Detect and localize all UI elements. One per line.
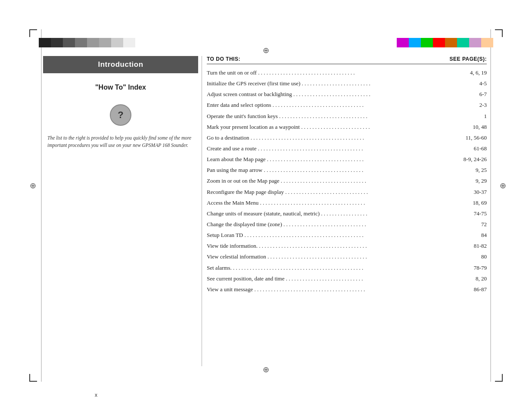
- row-page: 4, 6, 19: [461, 68, 487, 77]
- row-label: Access the Main Menu . . . . . . . . . .…: [207, 199, 461, 207]
- row-label: Create and use a route . . . . . . . . .…: [207, 144, 461, 153]
- color-bar-right: [397, 38, 493, 47]
- row-page: 86-87: [461, 285, 487, 294]
- row-page: 9, 29: [461, 177, 487, 185]
- row-page: 1: [461, 112, 487, 121]
- table-row: View tide information. . . . . . . . . .…: [207, 242, 487, 250]
- row-page: 4-5: [461, 79, 487, 88]
- color-swatch: [39, 38, 51, 47]
- question-icon: ?: [110, 104, 131, 126]
- right-panel: TO DO THIS: SEE PAGE(S): Turn the unit o…: [207, 56, 487, 296]
- table-row: Pan using the map arrow . . . . . . . . …: [207, 166, 487, 174]
- caption-text: The list to the right is provided to hel…: [43, 134, 198, 149]
- table-row: Change units of measure (statute, nautic…: [207, 209, 487, 218]
- intro-banner: Introduction: [43, 56, 198, 73]
- page-number: x: [95, 392, 97, 398]
- row-page: 72: [461, 220, 487, 229]
- row-label: Enter data and select options . . . . . …: [207, 101, 461, 109]
- crosshair-bottom-icon: ⊕: [263, 365, 269, 374]
- color-swatch: [99, 38, 111, 47]
- row-label: Pan using the map arrow . . . . . . . . …: [207, 166, 461, 174]
- table-row: Access the Main Menu . . . . . . . . . .…: [207, 199, 487, 207]
- row-label: Change units of measure (statute, nautic…: [207, 209, 461, 218]
- how-to-title: "How To" Index: [43, 84, 198, 91]
- color-swatch: [457, 38, 469, 47]
- row-page: 81-82: [461, 242, 487, 250]
- row-label: Setup Loran TD . . . . . . . . . . . . .…: [207, 231, 461, 240]
- row-page: 8, 20: [461, 274, 487, 283]
- row-label: Turn the unit on or off . . . . . . . . …: [207, 68, 461, 77]
- color-bar-left: [39, 38, 135, 47]
- row-page: 6-7: [461, 90, 487, 99]
- row-page: 10, 48: [461, 123, 487, 131]
- crosshair-top-icon: ⊕: [263, 46, 269, 55]
- table-row: Reconfigure the Map page display . . . .…: [207, 188, 487, 196]
- table-row: Enter data and select options . . . . . …: [207, 101, 487, 109]
- corner-bracket-bl: [29, 374, 37, 382]
- color-swatch: [397, 38, 409, 47]
- table-header-right: SEE PAGE(S):: [450, 56, 487, 62]
- color-swatch: [123, 38, 135, 47]
- row-label: Reconfigure the Map page display . . . .…: [207, 188, 461, 196]
- row-page: 2-3: [461, 101, 487, 109]
- row-page: 74-75: [461, 209, 487, 218]
- row-label: Learn about the Map page . . . . . . . .…: [207, 155, 461, 164]
- row-label: Change the displayed time (zone) . . . .…: [207, 220, 461, 229]
- row-page: 84: [461, 231, 487, 240]
- vline-left: [41, 29, 42, 382]
- row-label: View tide information. . . . . . . . . .…: [207, 242, 461, 250]
- row-page: 9, 25: [461, 166, 487, 174]
- crosshair-mid-right-icon: ⊕: [500, 181, 506, 190]
- table-row: Mark your present location as a waypoint…: [207, 123, 487, 131]
- table-row: Operate the unit's function keys . . . .…: [207, 112, 487, 121]
- row-label: Initialize the GPS receiver (first time …: [207, 79, 461, 88]
- row-label: View a unit message . . . . . . . . . . …: [207, 285, 461, 294]
- corner-bracket-tr: [495, 29, 503, 37]
- table-row: Turn the unit on or off . . . . . . . . …: [207, 68, 487, 77]
- table-row: View a unit message . . . . . . . . . . …: [207, 285, 487, 294]
- color-swatch: [445, 38, 457, 47]
- color-swatch: [87, 38, 99, 47]
- panel-divider: [202, 56, 202, 366]
- table-header: TO DO THIS: SEE PAGE(S):: [207, 56, 487, 64]
- table-row: Initialize the GPS receiver (first time …: [207, 79, 487, 88]
- color-swatch: [481, 38, 493, 47]
- row-page: 8-9, 24-26: [461, 155, 487, 164]
- table-rows: Turn the unit on or off . . . . . . . . …: [207, 68, 487, 294]
- color-swatch: [63, 38, 75, 47]
- crosshair-mid-left-icon: ⊕: [30, 181, 36, 190]
- table-row: Set alarms. . . . . . . . . . . . . . . …: [207, 264, 487, 272]
- color-swatch: [469, 38, 481, 47]
- row-label: See current position, date and time . . …: [207, 274, 461, 283]
- corner-bracket-tl: [29, 29, 37, 37]
- table-row: See current position, date and time . . …: [207, 274, 487, 283]
- table-row: View celestial information . . . . . . .…: [207, 252, 487, 261]
- color-swatch: [409, 38, 421, 47]
- row-label: Operate the unit's function keys . . . .…: [207, 112, 461, 121]
- row-page: 80: [461, 252, 487, 261]
- table-row: Learn about the Map page . . . . . . . .…: [207, 155, 487, 164]
- table-row: Adjust screen contrast or backlighting .…: [207, 90, 487, 99]
- table-row: Go to a destination . . . . . . . . . . …: [207, 134, 487, 142]
- row-label: Adjust screen contrast or backlighting .…: [207, 90, 461, 99]
- color-swatch: [421, 38, 433, 47]
- table-row: Zoom in or out on the Map page . . . . .…: [207, 177, 487, 185]
- color-swatch: [75, 38, 87, 47]
- left-panel: Introduction "How To" Index ? The list t…: [43, 56, 198, 368]
- color-swatch: [111, 38, 123, 47]
- row-page: 61-68: [461, 144, 487, 153]
- row-label: Zoom in or out on the Map page . . . . .…: [207, 177, 461, 185]
- row-page: 18, 69: [461, 199, 487, 207]
- table-row: Create and use a route . . . . . . . . .…: [207, 144, 487, 153]
- row-page: 78-79: [461, 264, 487, 272]
- color-swatch: [433, 38, 445, 47]
- corner-bracket-br: [495, 374, 503, 382]
- color-swatch: [51, 38, 63, 47]
- row-label: View celestial information . . . . . . .…: [207, 252, 461, 261]
- page: ⊕ ⊕ ⊕ ⊕ Introduction "How To" Index ? Th…: [0, 0, 532, 411]
- row-page: 11, 56-60: [461, 134, 487, 142]
- table-row: Change the displayed time (zone) . . . .…: [207, 220, 487, 229]
- vline-right: [490, 29, 491, 382]
- row-page: 30-37: [461, 188, 487, 196]
- row-label: Mark your present location as a waypoint…: [207, 123, 461, 131]
